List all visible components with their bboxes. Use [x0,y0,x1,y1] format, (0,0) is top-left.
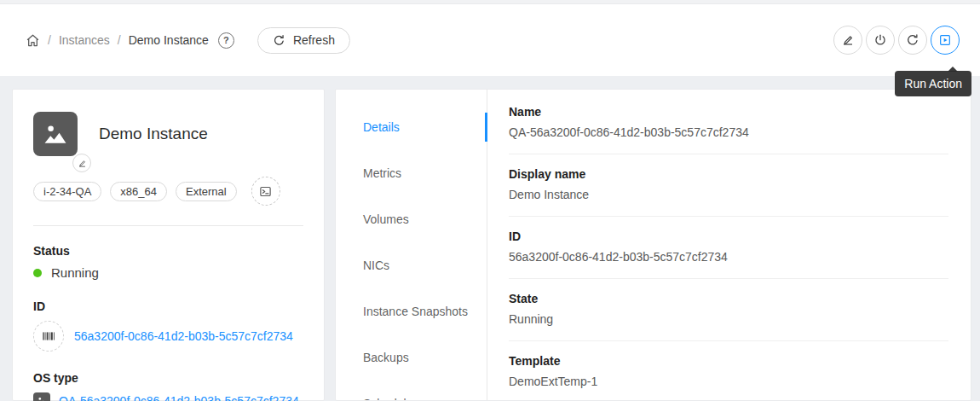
edit-button[interactable] [833,26,862,55]
instance-tags: i-2-34-QA x86_64 External [33,177,303,206]
power-button[interactable] [866,26,895,55]
os-type-link[interactable]: QA-56a3200f-0c86-41d2-b03b-5c57c7cf2734 [59,394,299,401]
instance-id-link[interactable]: 56a3200f-0c86-41d2-b03b-5c57c7cf2734 [74,329,293,343]
edit-icon [841,33,855,47]
detail-field-display-name: Display name Demo Instance [509,154,948,217]
help-icon[interactable]: ? [218,32,234,49]
breadcrumb-instances[interactable]: Instances [59,33,110,47]
status-value: Running [51,265,99,280]
status-running-dot [33,269,42,277]
edit-icon-badge[interactable] [72,154,91,172]
detail-field-id: ID 56a3200f-0c86-41d2-b03b-5c57c7cf2734 [509,217,948,279]
breadcrumb-separator: / [48,33,51,47]
reload-button[interactable] [898,26,927,55]
tab-details[interactable]: Details [336,113,487,142]
detail-field-state: State Running [509,279,948,341]
refresh-button[interactable]: Refresh [257,27,350,54]
refresh-button-label: Refresh [293,33,335,47]
reload-icon [906,33,919,47]
field-label: Template [509,354,948,368]
edit-icon [78,159,87,168]
breadcrumb-separator: / [118,33,121,47]
field-label: ID [509,230,948,243]
barcode-icon [33,321,64,352]
instance-title: Demo Instance [99,125,208,143]
run-action-icon [938,33,952,47]
power-icon [873,33,887,47]
instance-detail-card: Details Metrics Volumes NICs Instance Sn… [335,89,971,401]
detail-field-name: Name QA-56a3200f-0c86-41d2-b03b-5c57c7cf… [509,92,948,154]
tab-schedules[interactable]: Schedules [336,389,487,401]
field-value: QA-56a3200f-0c86-41d2-b03b-5c57c7cf2734 [509,125,948,139]
console-button[interactable] [251,177,280,206]
terminal-icon [259,185,272,198]
os-image-icon [33,392,50,401]
field-value: 56a3200f-0c86-41d2-b03b-5c57c7cf2734 [509,250,948,264]
details-panel: Name QA-56a3200f-0c86-41d2-b03b-5c57c7cf… [487,90,971,400]
tab-volumes[interactable]: Volumes [336,205,487,234]
detail-tabs: Details Metrics Volumes NICs Instance Sn… [336,90,487,400]
tab-backups[interactable]: Backups [336,343,487,372]
os-type-label: OS type [33,371,303,385]
breadcrumb-current: Demo Instance [129,33,209,47]
home-icon[interactable] [26,33,40,48]
detail-field-template: Template DemoExtTemp-1 [509,341,948,401]
run-action-tooltip: Run Action [895,71,971,96]
content-area: Demo Instance i-2-34-QA x86_64 External … [0,76,980,401]
field-label: State [509,292,948,305]
page-header: / Instances / Demo Instance ? Refresh [0,4,980,76]
header-actions [833,26,960,55]
field-value: DemoExtTemp-1 [509,375,948,388]
breadcrumb: / Instances / Demo Instance ? Refresh [26,27,350,54]
tag-arch[interactable]: x86_64 [110,182,167,201]
tab-instance-snapshots[interactable]: Instance Snapshots [336,297,487,326]
status-label: Status [33,244,303,258]
field-label: Name [509,105,948,119]
field-label: Display name [509,167,948,181]
tab-metrics[interactable]: Metrics [336,159,487,188]
tab-nics[interactable]: NICs [336,251,487,280]
id-label: ID [33,299,303,313]
field-value: Demo Instance [509,188,948,201]
field-value: Running [509,312,948,326]
tag-internal-name[interactable]: i-2-34-QA [33,182,101,201]
run-action-button[interactable] [931,26,960,55]
reload-icon [273,34,285,47]
card-divider [33,225,303,226]
instance-summary-card: Demo Instance i-2-34-QA x86_64 External … [12,89,325,401]
tag-hypervisor[interactable]: External [176,182,237,201]
instance-image-icon [33,112,78,156]
